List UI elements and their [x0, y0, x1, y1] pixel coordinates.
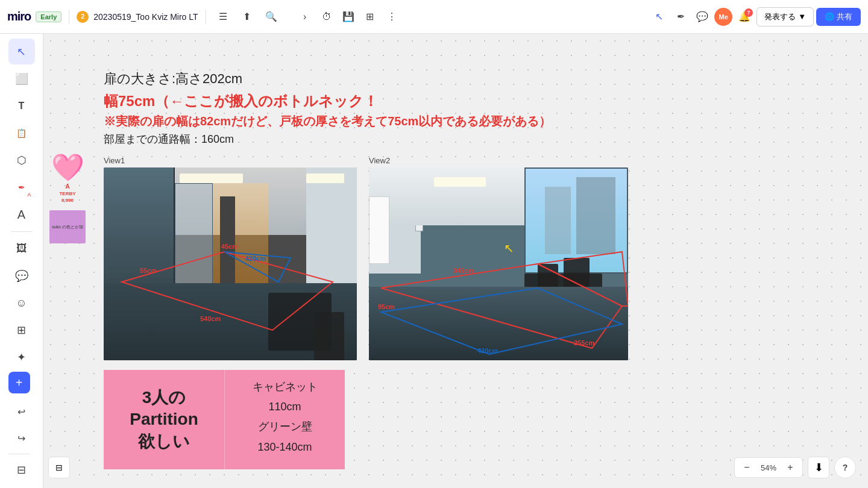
- topbar-middle: › ⏱ 💾 ⊞ ⋮: [295, 7, 401, 27]
- divider1: [69, 10, 69, 24]
- zoom-value: 54%: [758, 463, 779, 472]
- mini-label1: ATERBY8,990: [59, 183, 75, 203]
- tool-text[interactable]: T: [8, 93, 35, 119]
- zoom-out-button[interactable]: −: [740, 460, 754, 475]
- svg-text:420cm: 420cm: [245, 255, 266, 262]
- view2-label: View2: [369, 156, 628, 165]
- comment-tool-button[interactable]: 💬: [693, 7, 712, 27]
- svg-marker-7: [538, 252, 628, 306]
- views-row: View1: [104, 156, 628, 360]
- tool-cursor[interactable]: ↖: [8, 39, 35, 64]
- tool-pen[interactable]: ✒A: [8, 175, 35, 201]
- view2-measurements: 345cm 95cm 255cm 420cm: [369, 167, 628, 360]
- view2-container: View2: [369, 156, 628, 360]
- left-sidebar: ↖ ⬜ T 📋 ⬡ ✒A A 🖼 💬 ☺ ⊞ ✦ + ↩ ↪ ⊟: [0, 34, 43, 488]
- view1-measurements: 55cm 45cm 420cm 540cm: [104, 167, 357, 360]
- postit-cabinet-size: 110cm: [268, 399, 301, 414]
- svg-text:345cm: 345cm: [453, 267, 474, 274]
- help-button[interactable]: ?: [834, 457, 856, 478]
- pen-tool-button[interactable]: ✒: [671, 7, 690, 27]
- postit-green-size: 130-140cm: [257, 440, 312, 455]
- postit-cabinet-label: キャビネット: [253, 380, 318, 395]
- svg-text:540cm: 540cm: [200, 315, 221, 322]
- tool-redo[interactable]: ↪: [8, 425, 35, 451]
- menu-button[interactable]: ☰: [213, 7, 233, 27]
- tool-text2[interactable]: A: [8, 202, 35, 228]
- postit-green-label: グリーン壁: [258, 419, 312, 434]
- bottom-toolbar: − 54% + ⬇ ?: [734, 457, 856, 478]
- tool-emoji[interactable]: ☺: [8, 290, 35, 316]
- svg-text:420cm: 420cm: [477, 347, 498, 354]
- tool-panel[interactable]: ⊟: [8, 457, 35, 483]
- postit-partition-text: 3人のPartition欲しい: [130, 387, 198, 452]
- nav-forward-button[interactable]: ›: [295, 7, 315, 27]
- save-button[interactable]: 💾: [339, 7, 358, 27]
- zoom-control: − 54% +: [734, 457, 803, 478]
- app-logo: miro: [7, 10, 31, 23]
- sidebar-divider1: [11, 231, 33, 232]
- canvas[interactable]: 🩷 ATERBY8,990 suko の色とか加 扉の大きさ:高さ202cm 幅…: [43, 34, 868, 488]
- postit-details: キャビネット 110cm グリーン壁 130-140cm: [224, 370, 345, 469]
- add-button[interactable]: +: [8, 372, 30, 393]
- mini-panel: 🩷 ATERBY8,990 suko の色とか加: [49, 154, 86, 243]
- early-badge: Early: [36, 11, 61, 22]
- present-button[interactable]: 発表する ▼: [756, 7, 814, 27]
- title-line4: 部屋までの通路幅：160cm: [104, 132, 628, 146]
- view1-label: View1: [104, 156, 357, 165]
- postits-row: 3人のPartition欲しい キャビネット 110cm グリーン壁 130-1…: [104, 370, 628, 469]
- notifications-button[interactable]: 🔔 7: [735, 7, 754, 27]
- share-file-button[interactable]: ⬆: [237, 7, 257, 27]
- shield-icon: 2: [77, 11, 89, 23]
- sidebar-divider2: [8, 454, 30, 454]
- more-button[interactable]: ⋮: [382, 7, 401, 27]
- svg-marker-0: [122, 252, 333, 330]
- grid-button[interactable]: ⊞: [360, 7, 380, 27]
- view1-container: View1: [104, 156, 357, 360]
- timer-button[interactable]: ⏱: [317, 7, 336, 27]
- svg-text:255cm: 255cm: [574, 339, 594, 346]
- tool-table[interactable]: ⊞: [8, 318, 35, 343]
- tool-comment[interactable]: 💬: [8, 263, 35, 289]
- topbar-right: ↖ ✒ 💬 Me 🔔 7 発表する ▼ 🌐 共有: [649, 7, 861, 27]
- divider2: [206, 10, 206, 24]
- canvas-content: 扉の大きさ:高さ202cm 幅75cm（←ここが搬入のボトルネック！ ※実際の扉…: [104, 70, 628, 469]
- tool-image[interactable]: 🖼: [8, 236, 35, 261]
- mini-sticky: suko の色とか加: [49, 210, 86, 243]
- zoom-in-button[interactable]: +: [783, 460, 797, 475]
- sidebar-bottom: + ↩ ↪ ⊟: [8, 372, 35, 483]
- svg-text:45cm: 45cm: [221, 243, 238, 250]
- avatar[interactable]: Me: [714, 8, 732, 26]
- notif-badge: 7: [744, 8, 753, 17]
- board-title: 20230519_Too Kviz Miro LT: [93, 12, 198, 22]
- title-line3: ※実際の扉の幅は82cmだけど、戸板の厚さを考えて75cm以内である必要がある）: [104, 113, 628, 130]
- title-line2: 幅75cm（←ここが搬入のボトルネック！: [104, 92, 628, 111]
- cursor-mode-button[interactable]: ↖: [649, 7, 668, 27]
- tool-sticky[interactable]: 📋: [8, 120, 35, 146]
- title-line1: 扉の大きさ:高さ202cm: [104, 70, 628, 88]
- fit-screen-button[interactable]: ⬇: [808, 457, 829, 478]
- view2-image: ↖ 345cm 95cm 255cm: [369, 167, 628, 360]
- panels-button[interactable]: ⊟: [48, 457, 70, 478]
- search-button[interactable]: 🔍: [262, 7, 281, 27]
- tool-shapes[interactable]: ⬡: [8, 148, 35, 174]
- tool-undo[interactable]: ↩: [8, 398, 35, 425]
- text-block: 扉の大きさ:高さ202cm 幅75cm（←ここが搬入のボトルネック！ ※実際の扉…: [104, 70, 628, 146]
- view1-image: 55cm 45cm 420cm 540cm: [104, 167, 357, 360]
- share-button[interactable]: 🌐 共有: [816, 8, 861, 26]
- tool-mindmap[interactable]: ✦: [8, 345, 35, 371]
- heart-sticker: 🩷: [51, 154, 84, 181]
- postit-partition: 3人のPartition欲しい: [104, 370, 224, 469]
- top-bar: miro Early 2 20230519_Too Kviz Miro LT ☰…: [0, 0, 868, 34]
- tool-frame[interactable]: ⬜: [8, 66, 35, 92]
- svg-text:55cm: 55cm: [140, 267, 157, 274]
- svg-text:95cm: 95cm: [378, 303, 395, 310]
